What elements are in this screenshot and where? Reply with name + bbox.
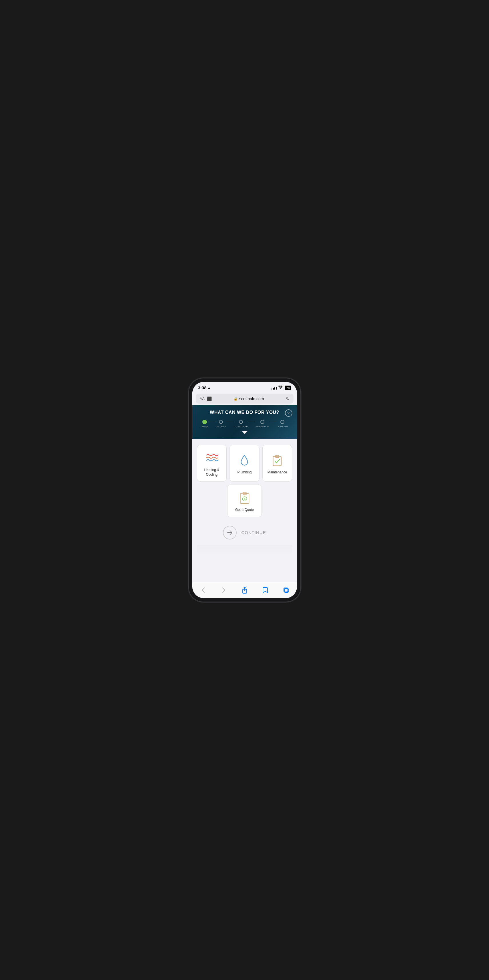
- partial-content: [197, 545, 292, 554]
- step-dot-schedule: [260, 420, 264, 424]
- maintenance-icon-container: [270, 453, 284, 468]
- heating-cooling-label: Heating &Cooling: [204, 468, 219, 477]
- signal-bar-3: [275, 387, 275, 390]
- phone-frame: 3:38 ▲: [189, 379, 300, 601]
- signal-bar-4: [276, 387, 277, 390]
- tabs-button[interactable]: [281, 585, 291, 595]
- step-customer: CUSTOMER: [234, 420, 248, 428]
- service-card-plumbing[interactable]: Plumbing: [230, 445, 259, 482]
- share-button[interactable]: [240, 585, 250, 595]
- step-details: DETAILS: [216, 420, 226, 428]
- lock-icon: 🔒: [233, 397, 238, 401]
- continue-section[interactable]: CONTINUE: [197, 520, 292, 545]
- maintenance-label: Maintenance: [268, 470, 287, 475]
- quote-label: Get a Quote: [235, 508, 254, 512]
- heating-cooling-icon-container: [205, 451, 219, 465]
- phone-screen: 3:38 ▲: [192, 382, 297, 598]
- plumbing-icon-container: [237, 453, 251, 468]
- service-grid-top: Heating &Cooling Plumbing: [197, 445, 292, 482]
- service-card-maintenance[interactable]: Maintenance: [262, 445, 292, 482]
- svg-rect-0: [273, 456, 281, 465]
- refresh-button[interactable]: ↻: [286, 396, 289, 401]
- reader-view-button[interactable]: AA: [200, 396, 205, 401]
- step-issue: ISSUE: [201, 420, 209, 428]
- step-dot-details: [219, 420, 223, 424]
- progress-steps: ISSUE DETAILS CUSTOMER SCH: [198, 420, 291, 428]
- step-label-details: DETAILS: [216, 425, 226, 428]
- browser-bar: AA ⬛ 🔒 scotthale.com ↻: [192, 392, 297, 405]
- step-label-confirm: CONFIRM: [277, 425, 288, 428]
- step-dot-issue: [202, 420, 207, 424]
- time-display: 3:38: [198, 385, 206, 390]
- step-connector-4: [269, 421, 276, 422]
- forward-button[interactable]: [219, 585, 229, 595]
- web-content: WHAT CAN WE DO FOR YOU? ✕ ISSUE DETAILS: [192, 405, 297, 582]
- step-dot-customer: [239, 420, 243, 424]
- header-down-arrow: [198, 430, 291, 436]
- continue-arrow-button[interactable]: [223, 526, 237, 539]
- wifi-icon: [278, 386, 283, 390]
- step-connector-2: [226, 421, 234, 422]
- back-button[interactable]: [198, 585, 208, 595]
- service-card-quote[interactable]: $ Get a Quote: [227, 485, 262, 517]
- close-icon: ✕: [287, 411, 290, 415]
- step-confirm: CONFIRM: [277, 420, 288, 428]
- bookmarks-button[interactable]: [260, 585, 270, 595]
- site-header: WHAT CAN WE DO FOR YOU? ✕ ISSUE DETAILS: [192, 405, 297, 439]
- address-bar[interactable]: AA ⬛ 🔒 scotthale.com ↻: [196, 394, 294, 404]
- step-connector-1: [208, 421, 216, 422]
- step-label-customer: CUSTOMER: [234, 425, 248, 428]
- extensions-icon[interactable]: ⬛: [207, 396, 212, 401]
- url-display: 🔒 scotthale.com: [233, 396, 264, 401]
- signal-bars: [271, 386, 277, 390]
- signal-bar-1: [271, 388, 272, 390]
- svg-text:$: $: [244, 497, 246, 501]
- step-dot-confirm: [280, 420, 284, 424]
- step-label-schedule: SCHEDULE: [256, 425, 269, 428]
- step-label-issue: ISSUE: [201, 425, 209, 428]
- browser-bottom-nav: [192, 582, 297, 598]
- status-right: 78: [271, 386, 291, 390]
- page-title: WHAT CAN WE DO FOR YOU?: [198, 410, 291, 415]
- url-text: scotthale.com: [239, 396, 264, 401]
- quote-icon-container: $: [238, 491, 252, 505]
- continue-button-label: CONTINUE: [241, 530, 266, 535]
- plumbing-label: Plumbing: [237, 470, 251, 475]
- service-area: Heating &Cooling Plumbing: [192, 439, 297, 582]
- battery-level: 78: [286, 386, 289, 390]
- close-button[interactable]: ✕: [285, 409, 292, 417]
- location-arrow-icon: ▲: [208, 386, 211, 389]
- address-left: AA ⬛: [200, 396, 212, 401]
- step-connector-3: [248, 421, 256, 422]
- step-schedule: SCHEDULE: [256, 420, 269, 428]
- status-bar: 3:38 ▲: [192, 382, 297, 392]
- signal-bar-2: [273, 388, 274, 390]
- service-grid-bottom: $ Get a Quote: [197, 485, 292, 517]
- battery-indicator: 78: [285, 386, 291, 390]
- status-time: 3:38 ▲: [198, 385, 211, 390]
- service-card-heating-cooling[interactable]: Heating &Cooling: [197, 445, 227, 482]
